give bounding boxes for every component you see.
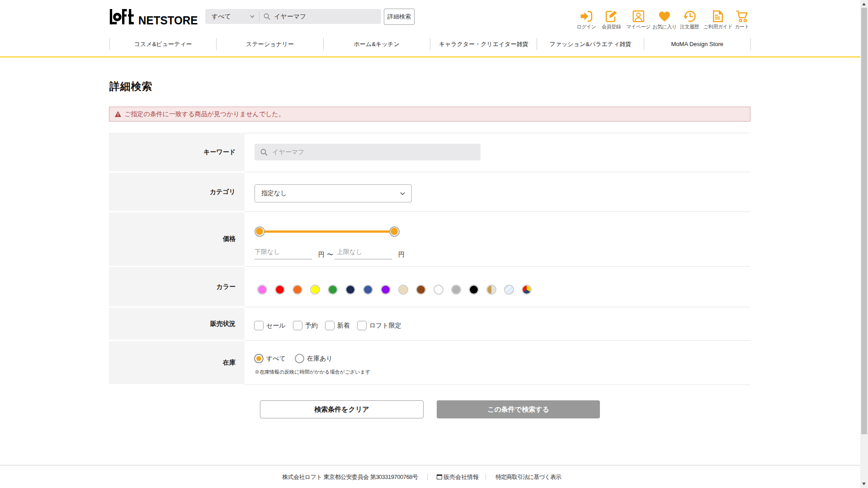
svg-text:NETSTORE: NETSTORE [138,14,198,25]
